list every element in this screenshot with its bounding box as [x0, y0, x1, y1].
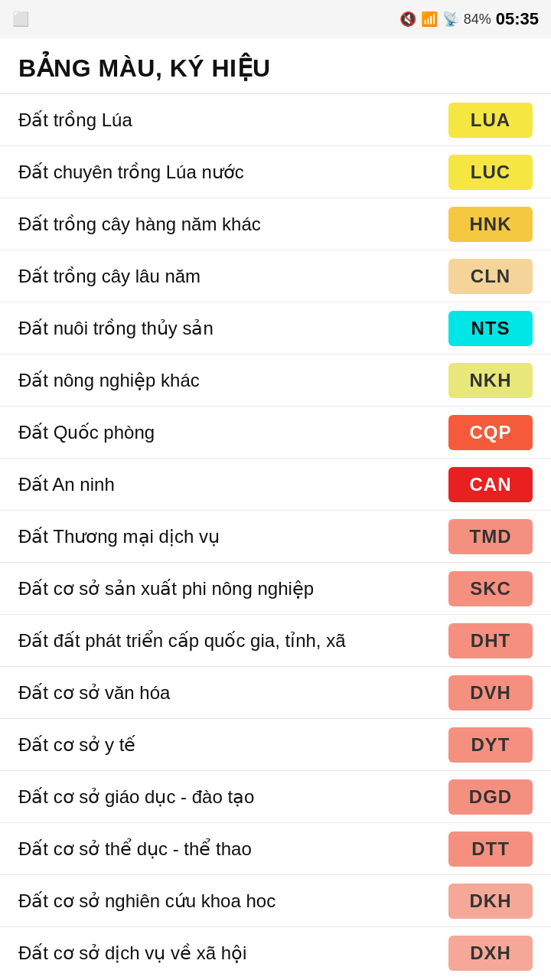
item-label: Đất nuôi trồng thủy sản — [18, 318, 448, 339]
list-item: Đất An ninhCAN — [0, 459, 551, 511]
item-badge: LUC — [448, 155, 533, 190]
page-title: BẢNG MÀU, KÝ HIỆU — [18, 54, 533, 83]
list-item: Đất cơ sở văn hóaDVH — [0, 667, 551, 719]
item-badge: DXH — [448, 936, 533, 971]
item-badge: LUA — [448, 103, 533, 138]
list-item: Đất trồng cây hàng năm khácHNK — [0, 198, 551, 250]
item-badge: DHT — [448, 623, 533, 658]
item-label: Đất nông nghiệp khác — [18, 370, 448, 391]
item-label: Đất cơ sở y tế — [18, 734, 448, 756]
status-time: 05:35 — [496, 9, 539, 29]
item-badge: NTS — [448, 311, 533, 346]
battery-icon: 84% — [464, 11, 491, 28]
list-item: Đất trồng LúaLUA — [0, 94, 551, 146]
item-label: Đất cơ sở dịch vụ về xã hội — [18, 942, 448, 964]
status-bar: ⬜ 🔇 📶 📡 84% 05:35 — [0, 0, 551, 38]
item-badge: TMD — [448, 519, 533, 554]
item-badge: CLN — [448, 259, 533, 294]
item-label: Đất đất phát triển cấp quốc gia, tỉnh, x… — [18, 630, 448, 652]
list-item: Đất Thương mại dịch vụTMD — [0, 511, 551, 563]
item-label: Đất chuyên trồng Lúa nước — [18, 162, 448, 183]
list-item: Đất trồng cây lâu nămCLN — [0, 250, 551, 302]
item-label: Đất trồng cây lâu năm — [18, 266, 448, 287]
item-label: Đất cơ sở giáo dục - đào tạo — [18, 786, 448, 808]
wifi-icon: 📶 — [421, 11, 438, 28]
list-item: Đất Quốc phòngCQP — [0, 407, 551, 459]
mute-icon: 🔇 — [399, 11, 416, 28]
item-badge: DGD — [448, 779, 533, 815]
item-label: Đất cơ sở văn hóa — [18, 682, 448, 704]
list-item: Đất cơ sở nghiên cứu khoa hocDKH — [0, 875, 551, 927]
list-item: Đất cơ sở sản xuất phi nông nghiệpSKC — [0, 563, 551, 615]
item-badge: NKH — [448, 363, 533, 398]
item-badge: DKH — [448, 884, 533, 919]
list-item: Đất cơ sở dịch vụ về xã hộiDXH — [0, 927, 551, 979]
list-item: Đất cơ sở thể dục - thể thaoDTT — [0, 823, 551, 875]
item-label: Đất trồng cây hàng năm khác — [18, 214, 448, 235]
item-label: Đất cơ sở sản xuất phi nông nghiệp — [18, 578, 448, 599]
list-item: Đất chuyên trồng Lúa nướcLUC — [0, 146, 551, 198]
item-badge: DVH — [448, 675, 533, 710]
list-item: Đất cơ sở y tếDYT — [0, 719, 551, 771]
list-item: Đất đất phát triển cấp quốc gia, tỉnh, x… — [0, 615, 551, 667]
item-label: Đất Thương mại dịch vụ — [18, 526, 448, 547]
list-item: Đất cơ sở giáo dục - đào tạoDGD — [0, 771, 551, 823]
item-label: Đất trồng Lúa — [18, 109, 448, 131]
item-label: Đất cơ sở thể dục - thể thao — [18, 838, 448, 860]
page-header: BẢNG MÀU, KÝ HIỆU — [0, 38, 551, 94]
item-badge: SKC — [448, 571, 533, 606]
gallery-icon: ⬜ — [12, 11, 29, 28]
status-icons: 🔇 📶 📡 84% 05:35 — [399, 9, 539, 29]
item-label: Đất Quốc phòng — [18, 422, 448, 443]
item-badge: HNK — [448, 207, 533, 242]
legend-list: Đất trồng LúaLUAĐất chuyên trồng Lúa nướ… — [0, 94, 551, 979]
item-badge: DYT — [448, 727, 533, 763]
item-badge: CQP — [448, 415, 533, 450]
list-item: Đất nông nghiệp khácNKH — [0, 354, 551, 407]
item-badge: DTT — [448, 831, 533, 867]
item-label: Đất An ninh — [18, 474, 448, 495]
list-item: Đất nuôi trồng thủy sảnNTS — [0, 302, 551, 354]
item-badge: CAN — [448, 467, 533, 502]
item-label: Đất cơ sở nghiên cứu khoa hoc — [18, 890, 448, 912]
signal-icon: 📡 — [442, 11, 459, 28]
